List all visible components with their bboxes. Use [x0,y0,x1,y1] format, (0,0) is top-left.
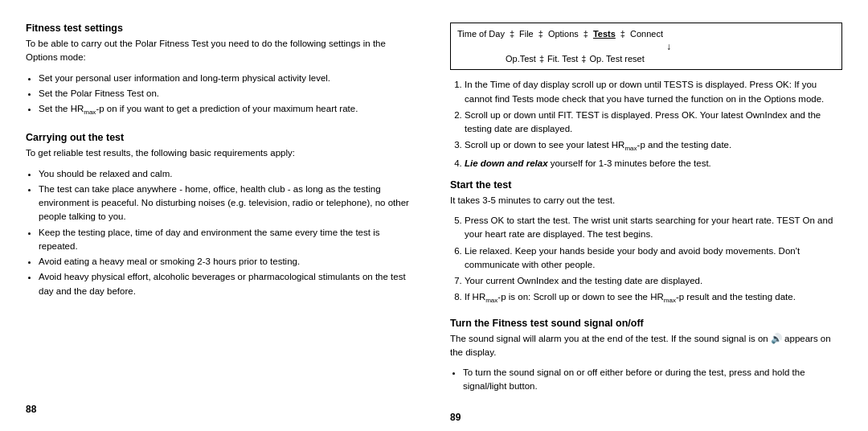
page-number-bar-right: 89 [450,405,842,423]
carrying-test-intro: To get reliable test results, the follow… [26,146,418,160]
list-item: Set the HRmax-p on if you want to get a … [39,102,418,117]
menu-sub-div1: ‡ [539,51,544,67]
fitness-settings-bullets: Set your personal user information and l… [39,72,418,118]
list-item: If HRmax-p is on: Scroll up or down to s… [465,290,842,306]
left-column: Fitness test settings To be able to carr… [26,23,418,415]
list-item: Keep the testing place, time of day and … [39,226,418,254]
fitness-settings-intro: To be able to carry out the Polar Fitnes… [26,37,418,65]
menu-connect: Connect [630,27,663,42]
list-item: Lie down and relax yourself for 1-3 minu… [465,157,842,170]
steps-list: In the Time of day display scroll up or … [465,78,842,173]
list-item: Scroll up or down to see your latest HRm… [465,138,842,154]
list-item: Press OK to start the test. The wrist un… [465,214,842,242]
list-item: Scroll up or down until FIT. TEST is dis… [465,109,842,137]
menu-fit-test: Fit. Test [547,51,578,67]
page-number-right: 89 [450,412,461,423]
carrying-test-bullets: You should be relaxed and calm. The test… [39,167,418,298]
section-sound-signal: Turn the Fitness test sound signal on/of… [450,318,842,400]
start-test-intro: It takes 3-5 minutes to carry out the te… [450,194,842,207]
right-column: Time of Day ‡ File ‡ Options ‡ Tests ‡ C… [450,23,842,415]
menu-div3: ‡ [583,27,588,42]
list-item: To turn the sound signal on or off eithe… [463,366,842,394]
menu-arrow-down: ↓ [502,42,835,51]
page-number-bar-left: 88 [26,397,418,415]
menu-file: File [519,27,534,42]
section-carrying-test: Carrying out the test To get reliable te… [26,132,418,305]
menu-tests: Tests [593,27,616,42]
menu-div1: ‡ [510,27,514,42]
section-title-start-test: Start the test [450,179,842,191]
list-item: You should be relaxed and calm. [39,167,418,181]
menu-time-of-day: Time of Day [457,27,505,42]
menu-div2: ‡ [538,27,543,42]
section-title-sound-signal: Turn the Fitness test sound signal on/of… [450,318,842,329]
section-title-fitness-settings: Fitness test settings [26,23,418,34]
list-item: Lie relaxed. Keep your hands beside your… [465,244,842,273]
list-item: In the Time of day display scroll up or … [465,78,842,106]
list-item: Avoid eating a heavy meal or smoking 2-3… [39,255,418,269]
menu-options: Options [548,27,579,42]
menu-op-test-reset: Op. Test reset [589,51,644,67]
list-item: Set your personal user information and l… [39,72,418,85]
section-fitness-settings: Fitness test settings To be able to carr… [26,23,418,124]
section-start-test: Start the test It takes 3-5 minutes to c… [450,179,842,313]
bold-italic-text: Lie down and relax [465,158,548,168]
menu-op-test: Op.Test [506,51,536,67]
page-number-left: 88 [26,404,36,415]
sound-signal-bullets: To turn the sound signal on or off eithe… [463,366,842,394]
sound-signal-intro: The sound signal will alarm you at the e… [450,332,842,360]
list-item: Avoid heavy physical effort, alcoholic b… [39,270,418,298]
page: Fitness test settings To be able to carr… [0,0,868,431]
menu-sub-div2: ‡ [581,51,586,67]
menu-sub-row: Op.Test ‡ Fit. Test ‡ Op. Test reset [457,51,835,67]
section-title-carrying-test: Carrying out the test [26,132,418,143]
list-item: Set the Polar Fitness Test on. [39,87,418,101]
list-item: The test can take place anywhere - home,… [39,183,418,224]
start-test-steps: Press OK to start the test. The wrist un… [465,214,842,306]
menu-row-top: Time of Day ‡ File ‡ Options ‡ Tests ‡ C… [457,27,835,42]
list-item: Your current OwnIndex and the testing da… [465,274,842,288]
device-menu-diagram: Time of Day ‡ File ‡ Options ‡ Tests ‡ C… [450,23,842,70]
menu-div4: ‡ [620,27,625,42]
